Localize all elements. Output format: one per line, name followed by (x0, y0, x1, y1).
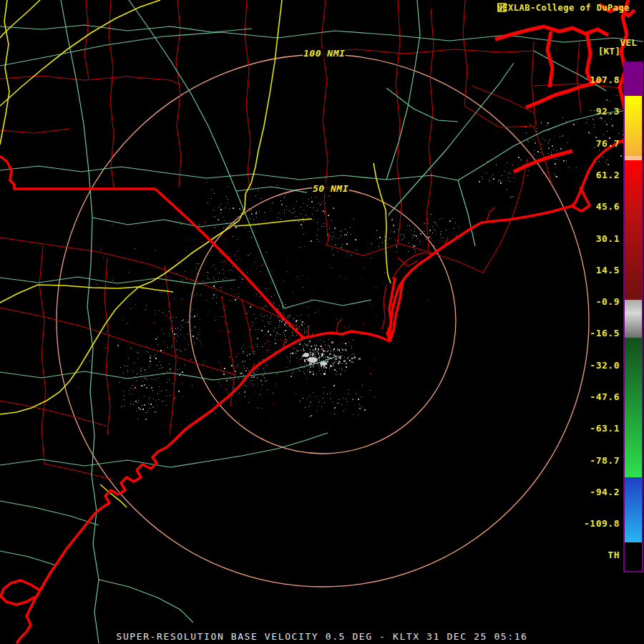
colorbar-tick: -16.5 (590, 328, 620, 338)
velocity-echoes-layer (79, 95, 628, 459)
colorbar-tick: -32.0 (590, 361, 620, 371)
colorbar-segment (625, 300, 642, 338)
colorbar-tick: 61.2 (596, 170, 620, 180)
colorbar-segment (625, 96, 642, 156)
product-caption: SUPER-RESOLUTION BASE VELOCITY 0.5 DEG -… (0, 631, 644, 642)
title-text: NEXLAB-College of DuPage (497, 3, 630, 13)
colorbar-tick: 92.3 (596, 107, 620, 117)
colorbar-threshold-label: TH (608, 550, 620, 560)
colorbar-tick: -63.1 (590, 424, 620, 434)
colorbar-tick: 45.6 (596, 202, 620, 212)
colorbar-tick: -47.6 (590, 392, 620, 402)
colorbar-units: [KT] (598, 46, 620, 57)
highways-layer (0, 0, 643, 643)
colorbar-segment (625, 477, 642, 542)
interstates-layer (0, 0, 391, 507)
range-ring-label-50nmi: 50 NMI (312, 183, 349, 194)
county-lines-layer (0, 0, 643, 479)
radar-map (0, 0, 644, 644)
radar-display: NEXLAB-College of DuPage VEL [KT] 107.89… (0, 0, 644, 644)
range-ring-label-100nmi: 100 NMI (303, 48, 346, 59)
colorbar-segment (625, 542, 642, 571)
colorbar-tick: 14.5 (596, 265, 620, 275)
colorbar-segment (625, 338, 642, 477)
colorbar-title: VEL (620, 37, 637, 48)
colorbar-tick: 107.8 (590, 75, 620, 85)
square-diagonal-icon (497, 3, 507, 12)
page-title: NEXLAB-College of DuPage (497, 3, 630, 13)
colorbar-tick: 30.1 (596, 234, 620, 244)
velocity-colorbar (623, 62, 643, 572)
colorbar-tick: 76.7 (596, 139, 620, 149)
colorbar-segment (625, 160, 642, 300)
range-rings-layer (57, 54, 589, 587)
colorbar-tick: -0.9 (596, 297, 620, 307)
colorbar-tick: -109.8 (584, 519, 620, 529)
colorbar-segment (625, 63, 642, 96)
colorbar-tick: -78.7 (590, 456, 620, 466)
state-border-layer (0, 156, 303, 338)
colorbar-tick: -94.2 (590, 487, 620, 497)
